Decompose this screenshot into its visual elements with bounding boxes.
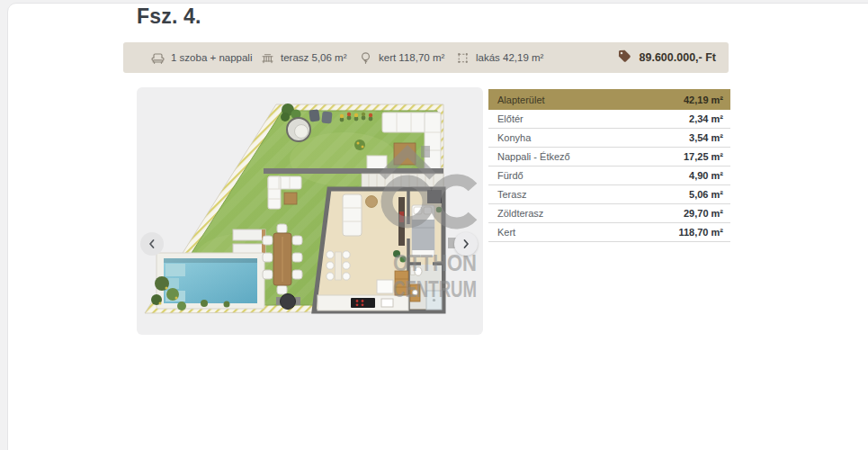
area-table: Alapterület 42,19 m² Előtér2,34 m²Konyha… — [488, 89, 730, 242]
carousel-prev-button[interactable] — [140, 232, 164, 256]
row-label: Terasz — [497, 189, 526, 200]
table-row: Nappali - Étkező17,25 m² — [488, 148, 730, 166]
sofa-icon — [150, 50, 166, 66]
table-row: Terasz5,06 m² — [488, 185, 730, 204]
summary-item-garden: kert 118,70 m² — [358, 42, 444, 73]
row-label: Előtér — [497, 113, 523, 124]
table-row: Zöldterasz29,70 m² — [488, 204, 730, 223]
summary-item-terrace: terasz 5,06 m² — [260, 42, 347, 73]
floorplan-panel: OTTHON CENTRUM — [137, 87, 483, 335]
summary-item-flat-area: lakás 42,19 m² — [455, 42, 543, 73]
otthon-centrum-watermark: OTTHON CENTRUM — [379, 144, 482, 306]
page: Fsz. 4. 1 szoba + nappali — [0, 0, 868, 450]
table-row: Kert118,70 m² — [488, 223, 730, 242]
row-value: 2,34 m² — [689, 113, 723, 124]
price-tag-icon — [617, 49, 632, 67]
watermark-line2: CENTRUM — [393, 276, 477, 302]
row-label: Nappali - Étkező — [497, 151, 570, 162]
area-table-header-row: Alapterület 42,19 m² — [488, 89, 730, 110]
summary-item-label: 1 szoba + nappali — [171, 52, 252, 63]
row-value: 3,54 m² — [689, 132, 723, 143]
row-label: Zöldterasz — [497, 208, 543, 219]
row-label: Konyha — [497, 132, 531, 143]
area-table-rows: Előtér2,34 m²Konyha3,54 m²Nappali - Étke… — [488, 110, 730, 242]
terrace-railing-icon — [260, 50, 275, 66]
row-value: 17,25 m² — [684, 151, 723, 162]
tree-icon — [358, 50, 373, 66]
row-label: Kert — [497, 227, 515, 238]
row-label: Fürdő — [497, 170, 523, 181]
header-value: 42,19 m² — [684, 94, 723, 105]
area-outline-icon — [455, 50, 470, 66]
table-row: Fürdő4,90 m² — [488, 166, 730, 185]
row-value: 118,70 m² — [678, 227, 723, 238]
chevron-right-icon — [460, 238, 472, 250]
summary-item-rooms: 1 szoba + nappali — [150, 42, 252, 73]
sofa — [343, 194, 362, 236]
header-label: Alapterület — [497, 94, 545, 105]
price: 89.600.000,- Ft — [617, 42, 716, 73]
carousel-next-button[interactable] — [454, 232, 478, 256]
summary-item-label: kert 118,70 m² — [379, 52, 444, 63]
row-value: 4,90 m² — [689, 170, 723, 181]
chevron-left-icon — [146, 238, 158, 250]
table-row: Előtér2,34 m² — [488, 110, 730, 129]
row-value: 29,70 m² — [684, 208, 723, 219]
summary-item-label: lakás 42,19 m² — [476, 52, 543, 63]
cooktop — [351, 298, 375, 308]
row-value: 5,06 m² — [689, 189, 723, 200]
page-title: Fsz. 4. — [137, 4, 201, 29]
summary-item-label: terasz 5,06 m² — [281, 52, 347, 63]
summary-bar: 1 szoba + nappali terasz 5,06 m² — [123, 42, 729, 73]
table-row: Konyha3,54 m² — [488, 129, 730, 148]
price-label: 89.600.000,- Ft — [640, 51, 716, 64]
